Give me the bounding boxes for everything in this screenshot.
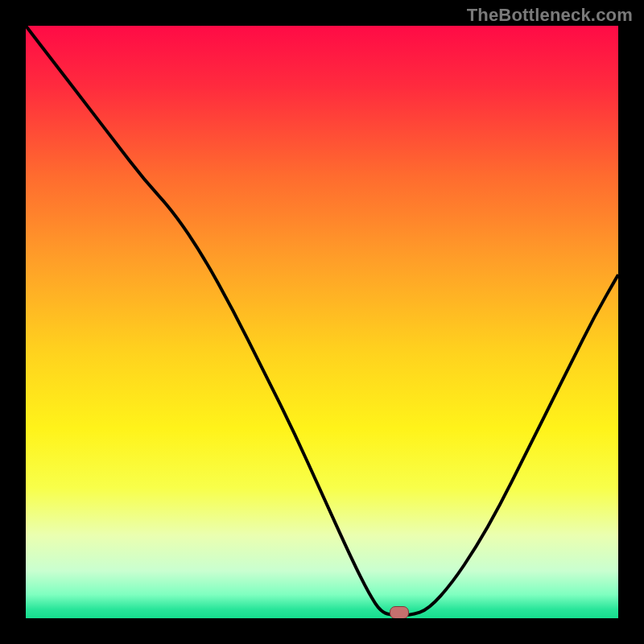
plot-area [26, 26, 618, 618]
svg-rect-0 [26, 26, 618, 618]
chart-frame: TheBottleneck.com [0, 0, 644, 644]
min-marker [390, 606, 409, 618]
heat-gradient [26, 26, 618, 618]
watermark-text: TheBottleneck.com [467, 5, 633, 26]
